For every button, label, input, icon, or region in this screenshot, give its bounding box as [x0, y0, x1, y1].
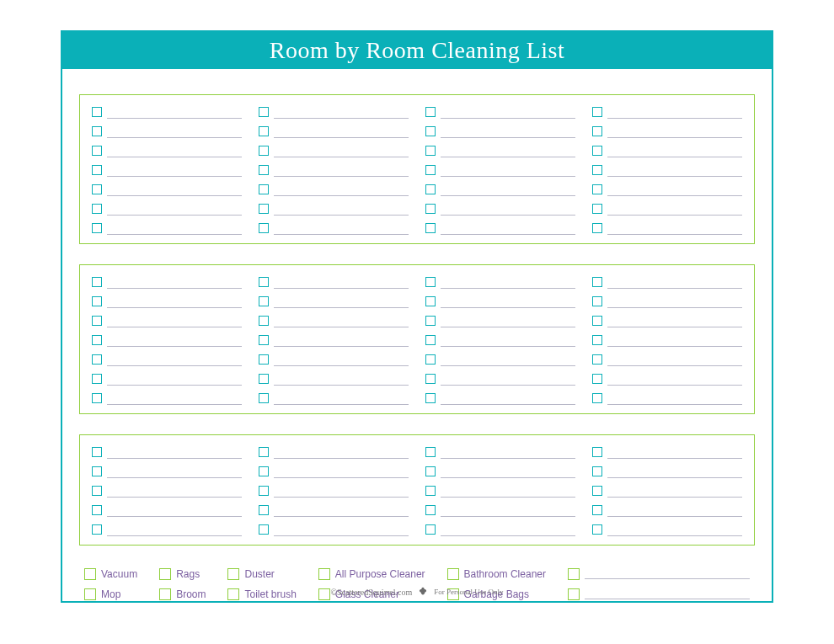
checkbox[interactable] [425, 447, 436, 457]
write-line[interactable] [107, 165, 242, 177]
write-line[interactable] [607, 486, 742, 498]
write-line[interactable] [585, 569, 750, 579]
write-line[interactable] [274, 296, 409, 308]
checkbox[interactable] [592, 447, 602, 457]
checkbox[interactable] [259, 466, 269, 476]
checkbox[interactable] [592, 354, 602, 365]
write-line[interactable] [607, 505, 742, 517]
write-line[interactable] [441, 107, 575, 119]
checkbox[interactable] [318, 568, 330, 580]
write-line[interactable] [274, 374, 409, 386]
checkbox[interactable] [425, 335, 436, 345]
write-line[interactable] [274, 146, 409, 157]
write-line[interactable] [107, 296, 242, 308]
write-line[interactable] [274, 165, 409, 177]
checkbox[interactable] [425, 277, 436, 287]
write-line[interactable] [607, 354, 742, 366]
checkbox[interactable] [592, 393, 602, 403]
write-line[interactable] [441, 296, 575, 308]
write-line[interactable] [274, 204, 409, 216]
checkbox[interactable] [92, 204, 102, 214]
checkbox[interactable] [259, 165, 269, 175]
checkbox[interactable] [425, 184, 436, 194]
checkbox[interactable] [259, 447, 269, 457]
checkbox[interactable] [592, 146, 602, 156]
write-line[interactable] [441, 126, 575, 138]
checkbox[interactable] [92, 486, 102, 496]
checkbox[interactable] [425, 146, 436, 156]
checkbox[interactable] [425, 316, 436, 326]
checkbox[interactable] [92, 524, 102, 535]
checkbox[interactable] [425, 296, 436, 306]
write-line[interactable] [607, 165, 742, 177]
write-line[interactable] [607, 204, 742, 216]
write-line[interactable] [441, 223, 575, 235]
write-line[interactable] [107, 505, 242, 517]
write-line[interactable] [607, 393, 742, 405]
checkbox[interactable] [259, 486, 269, 496]
checkbox[interactable] [425, 374, 436, 384]
checkbox[interactable] [259, 296, 269, 306]
checkbox[interactable] [92, 393, 102, 403]
write-line[interactable] [607, 223, 742, 235]
write-line[interactable] [274, 126, 409, 138]
write-line[interactable] [274, 335, 409, 347]
checkbox[interactable] [425, 223, 436, 233]
write-line[interactable] [441, 524, 575, 536]
write-line[interactable] [274, 223, 409, 235]
write-line[interactable] [441, 374, 575, 386]
write-line[interactable] [607, 374, 742, 386]
checkbox[interactable] [592, 524, 602, 535]
checkbox[interactable] [425, 165, 436, 175]
write-line[interactable] [107, 277, 242, 289]
checkbox[interactable] [425, 393, 436, 403]
checkbox[interactable] [568, 568, 580, 580]
checkbox[interactable] [592, 204, 602, 214]
write-line[interactable] [274, 107, 409, 119]
checkbox[interactable] [425, 524, 436, 535]
checkbox[interactable] [92, 107, 102, 117]
checkbox[interactable] [259, 204, 269, 214]
checkbox[interactable] [447, 568, 459, 580]
checkbox[interactable] [592, 277, 602, 287]
write-line[interactable] [274, 524, 409, 536]
checkbox[interactable] [259, 524, 269, 535]
write-line[interactable] [441, 204, 575, 216]
checkbox[interactable] [92, 505, 102, 515]
checkbox[interactable] [259, 277, 269, 287]
write-line[interactable] [607, 126, 742, 138]
write-line[interactable] [274, 393, 409, 405]
checkbox[interactable] [425, 354, 436, 365]
write-line[interactable] [441, 447, 575, 459]
write-line[interactable] [274, 316, 409, 327]
checkbox[interactable] [592, 505, 602, 515]
checkbox[interactable] [159, 568, 171, 580]
checkbox[interactable] [92, 184, 102, 194]
checkbox[interactable] [592, 107, 602, 117]
checkbox[interactable] [92, 354, 102, 365]
write-line[interactable] [607, 316, 742, 327]
checkbox[interactable] [259, 107, 269, 117]
write-line[interactable] [607, 524, 742, 536]
checkbox[interactable] [84, 568, 96, 580]
write-line[interactable] [107, 486, 242, 498]
checkbox[interactable] [259, 316, 269, 326]
checkbox[interactable] [259, 335, 269, 345]
checkbox[interactable] [92, 296, 102, 306]
write-line[interactable] [107, 374, 242, 386]
write-line[interactable] [107, 524, 242, 536]
write-line[interactable] [274, 466, 409, 478]
write-line[interactable] [441, 354, 575, 366]
checkbox[interactable] [259, 354, 269, 365]
checkbox[interactable] [592, 184, 602, 194]
checkbox[interactable] [92, 223, 102, 233]
checkbox[interactable] [425, 204, 436, 214]
checkbox[interactable] [227, 568, 239, 580]
write-line[interactable] [441, 393, 575, 405]
checkbox[interactable] [92, 126, 102, 136]
write-line[interactable] [607, 466, 742, 478]
write-line[interactable] [441, 277, 575, 289]
write-line[interactable] [274, 184, 409, 196]
write-line[interactable] [607, 335, 742, 347]
checkbox[interactable] [425, 486, 436, 496]
